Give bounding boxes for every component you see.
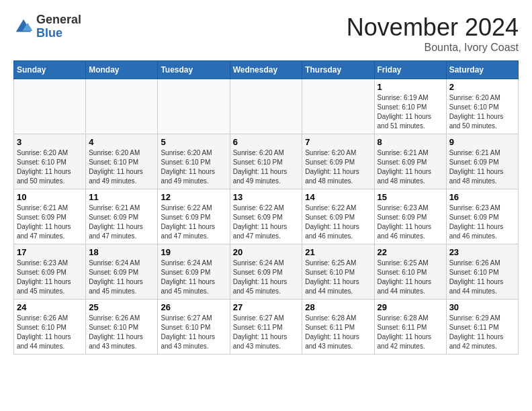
calendar-day-cell: [302, 79, 374, 134]
calendar-day-cell: 17Sunrise: 6:23 AMSunset: 6:09 PMDayligh…: [14, 244, 86, 300]
day-info: Sunrise: 6:23 AMSunset: 6:09 PMDaylight:…: [449, 203, 515, 241]
day-number: 10: [17, 192, 83, 202]
calendar-day-cell: 30Sunrise: 6:29 AMSunset: 6:11 PMDayligh…: [446, 300, 518, 355]
calendar-day-cell: 13Sunrise: 6:22 AMSunset: 6:09 PMDayligh…: [230, 189, 302, 244]
logo-blue-text: Blue: [36, 27, 81, 40]
day-number: 28: [305, 302, 371, 312]
calendar-day-cell: 2Sunrise: 6:20 AMSunset: 6:10 PMDaylight…: [446, 79, 518, 134]
calendar-week-row: 17Sunrise: 6:23 AMSunset: 6:09 PMDayligh…: [14, 244, 519, 300]
logo-icon: [13, 17, 34, 37]
calendar-day-cell: [158, 79, 230, 134]
day-number: 24: [17, 302, 83, 312]
header: General Blue November 2024 Bounta, Ivory…: [13, 13, 519, 54]
day-info: Sunrise: 6:22 AMSunset: 6:09 PMDaylight:…: [305, 203, 371, 241]
day-number: 2: [449, 82, 515, 92]
day-number: 6: [233, 137, 300, 147]
day-info: Sunrise: 6:20 AMSunset: 6:10 PMDaylight:…: [449, 93, 515, 131]
day-number: 5: [161, 137, 226, 147]
calendar-day-cell: 4Sunrise: 6:20 AMSunset: 6:10 PMDaylight…: [86, 134, 158, 189]
calendar-day-cell: 29Sunrise: 6:28 AMSunset: 6:11 PMDayligh…: [374, 300, 446, 355]
logo: General Blue: [13, 13, 81, 40]
day-info: Sunrise: 6:21 AMSunset: 6:09 PMDaylight:…: [89, 203, 154, 241]
day-info: Sunrise: 6:21 AMSunset: 6:09 PMDaylight:…: [378, 148, 443, 186]
day-number: 15: [378, 192, 443, 202]
day-number: 8: [378, 137, 443, 147]
day-info: Sunrise: 6:19 AMSunset: 6:10 PMDaylight:…: [378, 93, 443, 131]
calendar-day-cell: 9Sunrise: 6:21 AMSunset: 6:09 PMDaylight…: [446, 134, 518, 189]
day-number: 17: [17, 247, 83, 257]
calendar-day-cell: 21Sunrise: 6:25 AMSunset: 6:10 PMDayligh…: [302, 244, 374, 300]
day-number: 7: [305, 137, 371, 147]
calendar-day-cell: 8Sunrise: 6:21 AMSunset: 6:09 PMDaylight…: [374, 134, 446, 189]
day-number: 19: [161, 247, 226, 257]
calendar-day-cell: 14Sunrise: 6:22 AMSunset: 6:09 PMDayligh…: [302, 189, 374, 244]
logo-general-text: General: [36, 13, 81, 27]
day-info: Sunrise: 6:20 AMSunset: 6:10 PMDaylight:…: [233, 148, 300, 186]
day-number: 4: [89, 137, 154, 147]
calendar: SundayMondayTuesdayWednesdayThursdayFrid…: [13, 60, 519, 355]
day-number: 25: [89, 302, 154, 312]
calendar-week-row: 10Sunrise: 6:21 AMSunset: 6:09 PMDayligh…: [14, 189, 519, 244]
day-number: 22: [378, 247, 443, 257]
calendar-header-saturday: Saturday: [446, 61, 518, 79]
day-number: 9: [449, 137, 515, 147]
calendar-day-cell: 18Sunrise: 6:24 AMSunset: 6:09 PMDayligh…: [86, 244, 158, 300]
day-info: Sunrise: 6:26 AMSunset: 6:10 PMDaylight:…: [449, 259, 515, 296]
calendar-day-cell: 27Sunrise: 6:27 AMSunset: 6:11 PMDayligh…: [230, 300, 302, 355]
calendar-day-cell: 3Sunrise: 6:20 AMSunset: 6:10 PMDaylight…: [14, 134, 86, 189]
day-number: 1: [378, 82, 443, 92]
calendar-header-monday: Monday: [86, 61, 158, 79]
day-number: 14: [305, 192, 371, 202]
day-info: Sunrise: 6:23 AMSunset: 6:09 PMDaylight:…: [378, 203, 443, 241]
day-info: Sunrise: 6:20 AMSunset: 6:09 PMDaylight:…: [305, 148, 371, 186]
day-number: 21: [305, 247, 371, 257]
month-title: November 2024: [347, 13, 519, 42]
day-number: 27: [233, 302, 300, 312]
calendar-day-cell: 24Sunrise: 6:26 AMSunset: 6:10 PMDayligh…: [14, 300, 86, 355]
day-info: Sunrise: 6:28 AMSunset: 6:11 PMDaylight:…: [378, 314, 443, 351]
day-number: 16: [449, 192, 515, 202]
calendar-day-cell: [230, 79, 302, 134]
day-info: Sunrise: 6:25 AMSunset: 6:10 PMDaylight:…: [378, 259, 443, 296]
day-info: Sunrise: 6:20 AMSunset: 6:10 PMDaylight:…: [161, 148, 226, 186]
calendar-day-cell: 26Sunrise: 6:27 AMSunset: 6:10 PMDayligh…: [158, 300, 230, 355]
calendar-day-cell: 1Sunrise: 6:19 AMSunset: 6:10 PMDaylight…: [374, 79, 446, 134]
day-number: 18: [89, 247, 154, 257]
calendar-day-cell: 25Sunrise: 6:26 AMSunset: 6:10 PMDayligh…: [86, 300, 158, 355]
day-number: 23: [449, 247, 515, 257]
calendar-header-sunday: Sunday: [14, 61, 86, 79]
day-number: 13: [233, 192, 300, 202]
day-number: 12: [161, 192, 226, 202]
day-number: 30: [449, 302, 515, 312]
calendar-day-cell: 15Sunrise: 6:23 AMSunset: 6:09 PMDayligh…: [374, 189, 446, 244]
day-number: 20: [233, 247, 300, 257]
calendar-day-cell: 11Sunrise: 6:21 AMSunset: 6:09 PMDayligh…: [86, 189, 158, 244]
day-info: Sunrise: 6:27 AMSunset: 6:11 PMDaylight:…: [233, 314, 300, 351]
day-info: Sunrise: 6:24 AMSunset: 6:09 PMDaylight:…: [233, 259, 300, 296]
calendar-day-cell: 19Sunrise: 6:24 AMSunset: 6:09 PMDayligh…: [158, 244, 230, 300]
calendar-header-friday: Friday: [374, 61, 446, 79]
day-info: Sunrise: 6:24 AMSunset: 6:09 PMDaylight:…: [161, 259, 226, 296]
day-number: 3: [17, 137, 83, 147]
calendar-day-cell: 10Sunrise: 6:21 AMSunset: 6:09 PMDayligh…: [14, 189, 86, 244]
day-info: Sunrise: 6:25 AMSunset: 6:10 PMDaylight:…: [305, 259, 371, 296]
day-info: Sunrise: 6:20 AMSunset: 6:10 PMDaylight:…: [17, 148, 83, 186]
calendar-week-row: 3Sunrise: 6:20 AMSunset: 6:10 PMDaylight…: [14, 134, 519, 189]
calendar-day-cell: 16Sunrise: 6:23 AMSunset: 6:09 PMDayligh…: [446, 189, 518, 244]
day-info: Sunrise: 6:21 AMSunset: 6:09 PMDaylight:…: [17, 203, 83, 241]
day-info: Sunrise: 6:24 AMSunset: 6:09 PMDaylight:…: [89, 259, 154, 296]
calendar-day-cell: 12Sunrise: 6:22 AMSunset: 6:09 PMDayligh…: [158, 189, 230, 244]
calendar-week-row: 1Sunrise: 6:19 AMSunset: 6:10 PMDaylight…: [14, 79, 519, 134]
calendar-day-cell: 7Sunrise: 6:20 AMSunset: 6:09 PMDaylight…: [302, 134, 374, 189]
title-area: November 2024 Bounta, Ivory Coast: [347, 13, 519, 54]
day-info: Sunrise: 6:29 AMSunset: 6:11 PMDaylight:…: [449, 314, 515, 351]
calendar-header-wednesday: Wednesday: [230, 61, 302, 79]
day-info: Sunrise: 6:22 AMSunset: 6:09 PMDaylight:…: [233, 203, 300, 241]
day-number: 29: [378, 302, 443, 312]
calendar-day-cell: 28Sunrise: 6:28 AMSunset: 6:11 PMDayligh…: [302, 300, 374, 355]
calendar-week-row: 24Sunrise: 6:26 AMSunset: 6:10 PMDayligh…: [14, 300, 519, 355]
day-info: Sunrise: 6:23 AMSunset: 6:09 PMDaylight:…: [17, 259, 83, 296]
day-number: 11: [89, 192, 154, 202]
day-info: Sunrise: 6:26 AMSunset: 6:10 PMDaylight:…: [17, 314, 83, 351]
calendar-header-thursday: Thursday: [302, 61, 374, 79]
